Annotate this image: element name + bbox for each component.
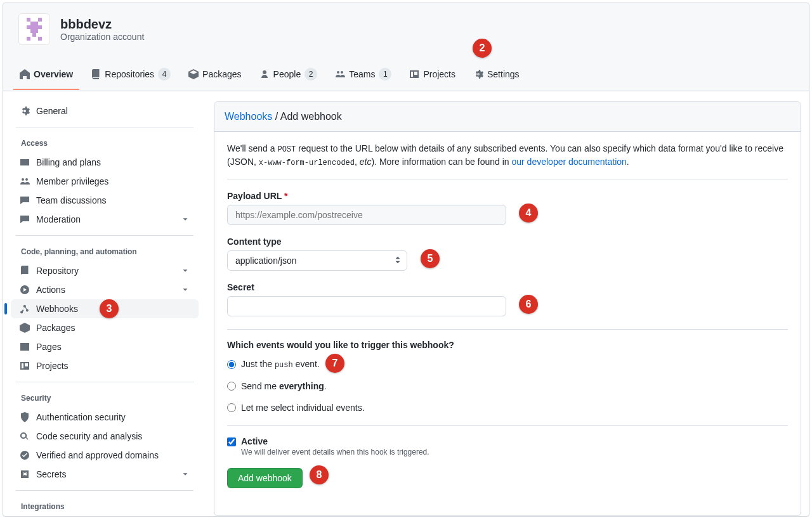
repo-icon [20,266,30,276]
sidebar-item-label: Projects [36,361,69,371]
divider [227,329,788,330]
shield-icon [20,412,30,422]
callout-6: 6 [519,295,538,314]
tab-repositories[interactable]: Repositories 4 [84,63,177,91]
content-type-label: Content type [227,236,788,247]
active-label: Active [241,436,429,446]
people-count: 2 [304,68,317,81]
tab-teams[interactable]: Teams 1 [329,63,398,91]
repositories-count: 4 [158,68,171,81]
tab-packages-label: Packages [202,69,241,79]
active-checkbox[interactable] [227,437,236,446]
chevron-down-icon [181,470,190,479]
sidebar-item-team-discussions[interactable]: Team discussions [11,191,199,210]
sidebar-item-verified-domains[interactable]: Verified and approved domains [11,446,199,465]
chevron-down-icon [181,285,190,294]
svg-rect-5 [30,25,38,33]
event-option-everything[interactable]: Send me everything. [227,381,788,391]
sidebar-item-general[interactable]: General [11,101,199,120]
sidebar-item-label: Actions [36,285,65,295]
org-subtitle: Organization account [60,32,144,42]
codescan-icon [20,431,30,441]
sidebar-item-label: Repository [36,266,79,276]
secret-input[interactable] [227,296,506,316]
team-icon [335,69,345,79]
sidebar-item-webhooks[interactable]: Webhooks 3 [11,299,199,318]
callout-3: 3 [100,299,119,318]
play-icon [20,285,30,295]
code-encoding: x-www-form-urlencoded [259,159,355,167]
svg-rect-1 [38,18,42,22]
svg-rect-2 [30,22,38,25]
sidebar-group-access: Access [11,134,199,153]
gear-icon [20,106,30,116]
sidebar-item-code-security[interactable]: Code security and analysis [11,427,199,446]
sidebar-group-code: Code, planning, and automation [11,242,199,261]
active-description: We will deliver event details when this … [241,448,429,456]
events-title: Which events would you like to trigger t… [227,340,788,350]
payload-url-label: Payload URL * [227,191,788,201]
radio-everything[interactable] [227,382,236,391]
tab-overview-label: Overview [34,69,73,79]
tab-overview[interactable]: Overview [13,63,79,91]
radio-push-label: Just the push event. [241,359,320,370]
package-icon [188,69,199,79]
tab-repositories-label: Repositories [105,69,154,79]
tab-teams-label: Teams [349,69,375,79]
page-header: bbbdevz Organization account Overview Re… [3,3,809,91]
breadcrumb-webhooks-link[interactable]: Webhooks [225,111,272,122]
sidebar-item-secrets[interactable]: Secrets [11,465,199,484]
avatar-icon [23,18,46,41]
sidebar-item-projects[interactable]: Projects [11,356,199,375]
sidebar-item-member-privileges[interactable]: Member privileges [11,172,199,191]
sidebar-item-moderation[interactable]: Moderation [11,210,199,229]
project-icon [20,361,30,371]
sidebar-item-label: Packages [36,323,75,333]
sidebar-item-packages[interactable]: Packages [11,318,199,337]
tab-settings[interactable]: Settings [467,63,526,91]
callout-7: 7 [325,354,344,373]
svg-rect-0 [27,18,30,22]
callout-8: 8 [310,465,329,484]
sidebar-item-label: Secrets [36,469,66,479]
payload-url-input[interactable] [227,205,506,225]
chevron-down-icon [181,266,190,275]
callout-5: 5 [421,249,440,268]
tab-people[interactable]: People 2 [253,63,324,91]
intro-text: We'll send a POST request to the URL bel… [227,142,788,179]
sidebar-item-label: Webhooks [36,304,78,314]
tab-projects[interactable]: Projects [403,63,462,91]
webhook-icon [20,304,30,314]
sidebar-item-billing[interactable]: Billing and plans [11,153,199,172]
radio-individual[interactable] [227,403,236,412]
tab-packages[interactable]: Packages [182,63,247,91]
divider [16,127,193,127]
chevron-down-icon [181,215,190,224]
svg-rect-6 [27,37,30,41]
radio-everything-label: Send me everything. [241,381,327,391]
org-avatar [18,13,50,45]
teams-count: 1 [379,68,391,81]
people-icon [20,176,30,186]
code-post: POST [277,145,296,154]
breadcrumb-current: Add webhook [280,111,342,122]
content-type-select[interactable]: application/json [227,250,407,271]
callout-4: 4 [519,204,538,223]
radio-push[interactable] [227,360,236,369]
browser-icon [20,342,30,352]
svg-rect-3 [27,25,30,29]
sidebar-item-repository[interactable]: Repository [11,261,199,280]
sidebar-group-security: Security [11,389,199,408]
developer-docs-link[interactable]: our developer documentation [512,157,627,167]
callout-2: 2 [473,39,492,58]
moderation-icon [20,214,30,224]
radio-individual-label: Let me select individual events. [241,403,365,413]
verified-icon [20,450,30,460]
sidebar-item-pages[interactable]: Pages [11,337,199,356]
event-option-individual[interactable]: Let me select individual events. [227,403,788,413]
repo-icon [91,69,101,79]
event-option-push[interactable]: Just the push event. 7 [227,359,788,370]
sidebar-item-auth-security[interactable]: Authentication security [11,408,199,427]
sidebar-item-actions[interactable]: Actions [11,280,199,299]
add-webhook-button[interactable]: Add webhook [227,468,303,488]
